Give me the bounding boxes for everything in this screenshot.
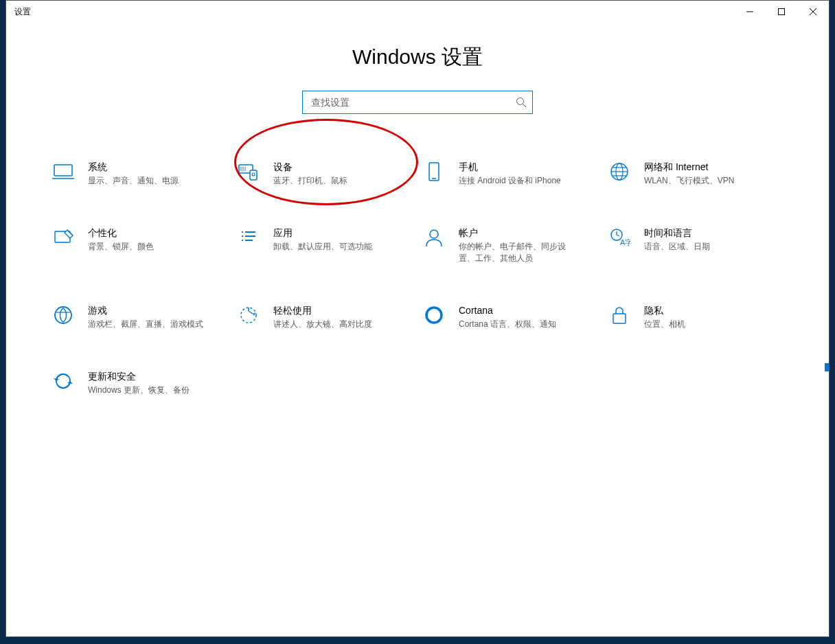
tile-apps[interactable]: 应用 卸载、默认应用、可选功能 xyxy=(232,222,418,267)
tile-gaming[interactable]: 游戏 游戏栏、截屏、直播、游戏模式 xyxy=(47,300,232,333)
svg-marker-41 xyxy=(67,381,73,384)
svg-line-32 xyxy=(617,235,619,236)
devices-icon xyxy=(236,159,261,184)
tile-desc: 语音、区域、日期 xyxy=(644,241,710,253)
tile-devices[interactable]: 设备 蓝牙、打印机、鼠标 xyxy=(232,157,418,189)
tile-title: 系统 xyxy=(88,161,179,173)
tile-desc: 讲述人、放大镜、高对比度 xyxy=(273,319,372,330)
minimize-icon xyxy=(746,8,753,15)
apps-icon xyxy=(236,225,261,250)
svg-point-38 xyxy=(426,308,442,323)
page-title: Windows 设置 xyxy=(6,43,829,71)
close-button[interactable] xyxy=(797,1,829,23)
tile-title: Cortana xyxy=(459,304,556,317)
scrollbar-track[interactable] xyxy=(825,23,829,636)
network-icon xyxy=(607,159,632,184)
maximize-button[interactable] xyxy=(766,1,797,23)
search-box[interactable] xyxy=(302,91,533,114)
tile-ease-of-access[interactable]: 轻松使用 讲述人、放大镜、高对比度 xyxy=(232,300,418,333)
tile-desc: 连接 Android 设备和 iPhone xyxy=(459,175,561,187)
privacy-icon xyxy=(607,303,632,327)
tile-desc: Windows 更新、恢复、备份 xyxy=(88,384,190,396)
tile-network[interactable]: 网络和 Internet WLAN、飞行模式、VPN xyxy=(603,157,788,189)
tile-title: 应用 xyxy=(273,227,372,239)
system-icon xyxy=(51,159,76,184)
personalization-icon xyxy=(51,225,76,250)
tile-desc: 显示、声音、通知、电源 xyxy=(88,175,179,187)
close-icon xyxy=(810,8,816,15)
accounts-icon xyxy=(422,225,446,250)
content-area: Windows 设置 系统 显示、声音、通知、电源 xyxy=(6,23,829,636)
tile-title: 网络和 Internet xyxy=(644,161,734,173)
tile-title: 隐私 xyxy=(644,304,685,317)
search-row xyxy=(6,91,829,114)
tile-title: 时间和语言 xyxy=(644,227,710,239)
tile-accounts[interactable]: 帐户 你的帐户、电子邮件、同步设置、工作、其他人员 xyxy=(418,222,603,267)
titlebar: 设置 xyxy=(6,1,829,23)
tile-desc: 位置、相机 xyxy=(644,319,685,330)
window-title: 设置 xyxy=(14,6,31,18)
svg-line-5 xyxy=(523,104,527,108)
tile-update-security[interactable]: 更新和安全 Windows 更新、恢复、备份 xyxy=(47,366,232,399)
svg-point-34 xyxy=(55,307,71,323)
tile-time-language[interactable]: A字 时间和语言 语音、区域、日期 xyxy=(603,222,788,267)
ease-of-access-icon xyxy=(236,303,261,327)
update-security-icon xyxy=(51,369,76,393)
tile-desc: 蓝牙、打印机、鼠标 xyxy=(273,175,347,187)
phone-icon xyxy=(422,159,446,184)
tile-desc: 你的帐户、电子邮件、同步设置、工作、其他人员 xyxy=(459,241,575,264)
tile-personalization[interactable]: 个性化 背景、锁屏、颜色 xyxy=(47,222,232,267)
time-language-icon: A字 xyxy=(607,225,632,250)
svg-rect-1 xyxy=(779,9,785,15)
svg-text:A字: A字 xyxy=(620,238,630,246)
window-controls xyxy=(734,1,829,23)
maximize-icon xyxy=(778,8,785,15)
tile-desc: 游戏栏、截屏、直播、游戏模式 xyxy=(88,319,203,330)
tile-title: 轻松使用 xyxy=(273,304,372,317)
settings-window: 设置 Windows 设置 xyxy=(5,0,830,637)
search-icon xyxy=(516,97,527,108)
tile-phone[interactable]: 手机 连接 Android 设备和 iPhone xyxy=(418,157,603,189)
minimize-button[interactable] xyxy=(734,1,766,23)
svg-point-4 xyxy=(517,98,524,105)
tile-desc: 卸载、默认应用、可选功能 xyxy=(273,241,372,253)
svg-marker-37 xyxy=(253,312,255,316)
gaming-icon xyxy=(51,303,76,327)
tile-title: 游戏 xyxy=(88,304,203,317)
tile-system[interactable]: 系统 显示、声音、通知、电源 xyxy=(47,157,232,189)
tile-title: 设备 xyxy=(273,161,347,173)
cortana-icon xyxy=(422,303,446,327)
svg-rect-12 xyxy=(250,170,257,180)
tile-cortana[interactable]: Cortana Cortana 语言、权限、通知 xyxy=(418,300,603,333)
scrollbar-thumb[interactable] xyxy=(825,363,829,371)
tile-title: 更新和安全 xyxy=(88,370,190,382)
svg-point-29 xyxy=(430,230,438,238)
tile-desc: Cortana 语言、权限、通知 xyxy=(459,319,556,330)
tile-privacy[interactable]: 隐私 位置、相机 xyxy=(603,300,788,333)
tile-title: 手机 xyxy=(459,161,561,173)
settings-grid: 系统 显示、声音、通知、电源 设备 xyxy=(6,157,829,399)
svg-rect-6 xyxy=(54,165,72,176)
tile-desc: 背景、锁屏、颜色 xyxy=(88,241,154,253)
tile-desc: WLAN、飞行模式、VPN xyxy=(644,175,734,187)
svg-rect-39 xyxy=(613,314,626,323)
search-input[interactable] xyxy=(311,97,516,108)
tile-title: 帐户 xyxy=(459,227,575,239)
svg-rect-14 xyxy=(429,163,439,181)
tile-title: 个性化 xyxy=(88,227,154,239)
